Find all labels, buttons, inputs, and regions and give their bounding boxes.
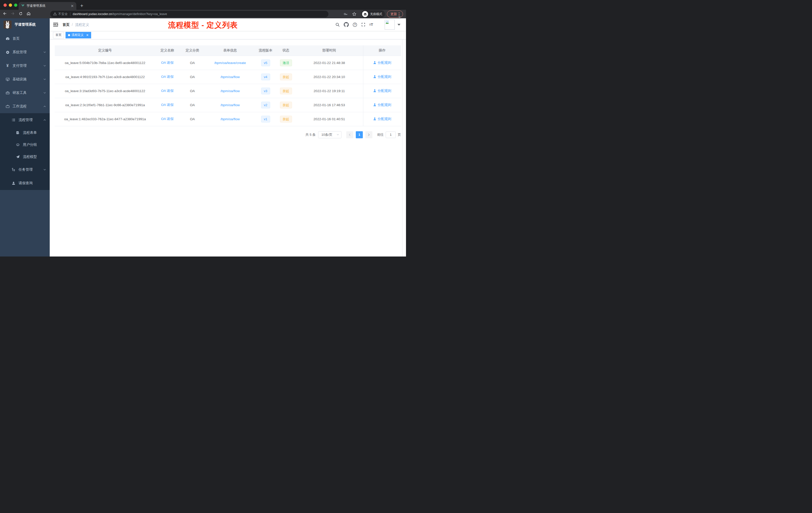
sidebar-item-home[interactable]: 首页	[0, 32, 50, 46]
definition-name-link[interactable]: OA 请假	[161, 103, 174, 107]
version-badge: v3	[261, 88, 270, 94]
forward-button[interactable]	[10, 11, 15, 17]
assign-rule-button[interactable]: 分配规则	[373, 74, 391, 79]
page-size-select[interactable]: 10条/页	[318, 131, 342, 138]
form-link[interactable]: /bpm/oa/leave/create	[214, 61, 246, 65]
next-page-button[interactable]	[365, 131, 372, 138]
reload-button[interactable]	[19, 11, 23, 17]
close-window-button[interactable]	[3, 3, 7, 7]
tab-favicon-icon	[21, 4, 25, 8]
browser-tab[interactable]: 芋道管理系统 ✕	[19, 2, 76, 10]
definition-name-link[interactable]: OA 请假	[161, 61, 174, 64]
search-icon[interactable]	[335, 22, 340, 27]
gear-icon	[5, 50, 10, 55]
page-number-button[interactable]: 1	[356, 131, 363, 138]
avatar-dropdown-caret-icon[interactable]	[398, 24, 401, 26]
tag-close-icon[interactable]: ✕	[86, 34, 89, 37]
security-label[interactable]: 不安全	[58, 12, 68, 16]
assign-rule-button[interactable]: 分配规则	[373, 89, 391, 93]
breadcrumb-current: 流程定义	[75, 23, 89, 27]
table-row: oa_leave:3:1fad3d93-7b75-11ec-a3c8-acde4…	[55, 84, 401, 98]
sidebar-item-workflow[interactable]: 工作流程	[0, 100, 50, 113]
page-unit-label: 页	[398, 132, 401, 137]
fullscreen-icon[interactable]	[361, 22, 366, 27]
tag-process-definition[interactable]: 流程定义 ✕	[65, 32, 91, 38]
sidebar-item-infrastructure[interactable]: 基础设施	[0, 72, 50, 86]
tab-close-icon[interactable]: ✕	[70, 4, 74, 8]
goto-label: 前往	[377, 132, 384, 137]
sidebar-logo[interactable]: 芋道管理系统	[0, 18, 50, 31]
col-definition-category: 定义分类	[179, 46, 206, 56]
github-icon[interactable]	[344, 22, 349, 27]
user-avatar[interactable]	[385, 20, 395, 30]
sidebar-item-task-management[interactable]: 任务管理	[0, 163, 50, 176]
sidebar-item-label: 请假查询	[19, 181, 46, 185]
logo-avatar	[3, 21, 11, 29]
definition-table: 定义编号 定义名称 定义分类 表单信息 流程版本 状态 部署时间 操作 oa_l	[55, 46, 401, 126]
prev-page-button[interactable]	[346, 131, 353, 138]
col-deploy-time: 部署时间	[295, 46, 363, 56]
bookmark-star-icon[interactable]	[352, 12, 356, 17]
sidebar-item-system[interactable]: 系统管理	[0, 46, 50, 59]
help-icon[interactable]: ?	[352, 22, 357, 27]
chrome-dropdown-caret-icon[interactable]	[398, 17, 401, 18]
definition-category: OA	[179, 56, 206, 70]
home-button[interactable]	[26, 11, 31, 17]
fullscreen-window-button[interactable]	[14, 3, 17, 7]
definition-name-link[interactable]: OA 请假	[161, 89, 174, 93]
assign-rule-label: 分配规则	[378, 103, 391, 107]
browser-menu-icon[interactable]	[399, 12, 400, 16]
breadcrumb-home[interactable]: 首页	[62, 23, 69, 27]
assign-rule-label: 分配规则	[378, 117, 391, 121]
goto-page-input[interactable]	[386, 131, 396, 138]
assign-rule-label: 分配规则	[378, 74, 391, 79]
definition-category: OA	[179, 112, 206, 126]
definition-id: oa_leave:3:1fad3d93-7b75-11ec-a3c8-acde4…	[55, 84, 155, 98]
tag-home[interactable]: 首页	[53, 32, 64, 38]
pagination-total: 共 5 条	[306, 132, 316, 137]
form-link[interactable]: /bpm/oa/flow	[221, 89, 240, 93]
passwords-key-icon[interactable]	[344, 12, 348, 17]
user-icon	[373, 103, 376, 107]
address-bar[interactable]: 不安全 dashboard.yudao.iocoder.cn/bpm/manag…	[50, 11, 328, 17]
sidebar-item-leave-query[interactable]: 请假查询	[0, 176, 50, 190]
assign-rule-button[interactable]: 分配规则	[373, 117, 391, 121]
sidebar-item-user-group[interactable]: 用户分组	[0, 139, 50, 151]
form-link[interactable]: /bpm/oa/flow	[221, 117, 240, 121]
table-row: oa_leave:4:991f2193-7b7f-11ec-a3c8-acde4…	[55, 70, 401, 84]
definition-name-link[interactable]: OA 请假	[161, 75, 174, 79]
paper-plane-icon	[15, 155, 20, 159]
monitor-icon	[5, 77, 10, 82]
assign-rule-button[interactable]: 分配规则	[373, 103, 391, 107]
incognito-badge: 无痕模式	[361, 10, 385, 18]
chevron-up-icon	[43, 118, 46, 121]
sidebar-item-dev-tools[interactable]: 研发工具	[0, 86, 50, 100]
status-badge: 激活	[280, 59, 292, 66]
chevron-down-icon	[43, 51, 46, 54]
security-warning-icon[interactable]	[53, 12, 57, 16]
user-icon	[373, 89, 376, 92]
assign-rule-button[interactable]: 分配规则	[373, 60, 391, 65]
col-definition-name: 定义名称	[155, 46, 179, 56]
new-tab-button[interactable]: ＋	[79, 2, 84, 9]
definition-name-link[interactable]: OA 请假	[161, 117, 174, 121]
chevron-left-icon	[348, 133, 351, 136]
sidebar-item-process-form[interactable]: 流程表单	[0, 127, 50, 139]
minimize-window-button[interactable]	[9, 3, 12, 7]
font-size-icon[interactable]: TT	[369, 22, 373, 27]
version-badge: v5	[261, 59, 270, 66]
status-badge: 挂起	[280, 88, 292, 94]
scrollbar-rail[interactable]	[402, 18, 403, 256]
sidebar-collapse-icon[interactable]	[53, 22, 58, 28]
workflow-submenu: 流程管理 流程表单 用户分组 流程模型	[0, 113, 50, 190]
sidebar-item-label: 流程管理	[19, 118, 43, 122]
form-link[interactable]: /bpm/oa/flow	[221, 103, 240, 107]
yen-icon: ¥	[5, 64, 10, 68]
sidebar-item-process-model[interactable]: 流程模型	[0, 151, 50, 163]
form-link[interactable]: /bpm/oa/flow	[221, 75, 240, 79]
sidebar-item-payment[interactable]: ¥ 支付管理	[0, 59, 50, 72]
status-badge: 挂起	[280, 116, 292, 122]
sidebar-item-process-management[interactable]: 流程管理	[0, 113, 50, 127]
back-button[interactable]	[2, 11, 7, 17]
table-row: oa_leave:2:3c1f0ef1-76b1-11ec-9c66-a2380…	[55, 98, 401, 112]
